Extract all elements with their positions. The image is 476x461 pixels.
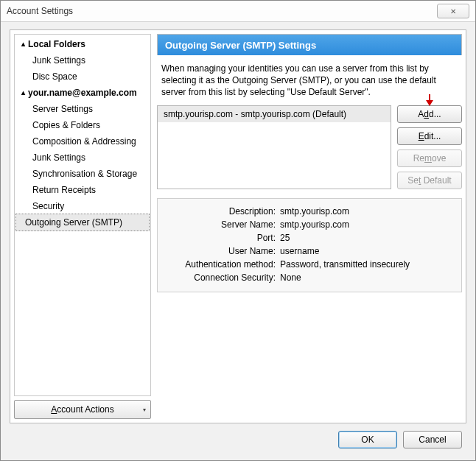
cancel-button[interactable]: Cancel	[403, 431, 462, 448]
main-pane: Outgoing Server (SMTP) Settings When man…	[157, 34, 462, 419]
tree-item-server-settings[interactable]: Server Settings	[15, 101, 150, 117]
account-settings-window: Account Settings ✕ ▴ Local Folders Junk …	[0, 0, 476, 461]
tree-label: your.name@example.com	[28, 86, 137, 99]
tree-label: Disc Space	[32, 70, 77, 83]
tree-label: Junk Settings	[32, 151, 85, 164]
tree-label: Copies & Folders	[32, 119, 100, 132]
tree-label: Synchronisation & Storage	[32, 167, 137, 180]
tree-item-local-folders[interactable]: ▴ Local Folders	[15, 36, 150, 52]
tree-label: Server Settings	[32, 102, 93, 116]
tree-label: Return Receipts	[32, 183, 96, 197]
smtp-server-label: smtp.yourisp.com - smtp.yourisp.com (Def…	[164, 109, 346, 119]
close-icon: ✕	[450, 7, 456, 15]
pane-title: Outgoing Server (SMTP) Settings	[165, 40, 316, 51]
detail-label: Connection Security:	[165, 271, 280, 284]
tree-label: Junk Settings	[32, 54, 85, 67]
titlebar: Account Settings ✕	[1, 1, 475, 22]
dialog-footer: OK Cancel	[10, 423, 466, 453]
button-label: Remove	[413, 153, 447, 163]
tree-label: Security	[32, 200, 64, 213]
twisty-icon: ▴	[19, 38, 27, 51]
tree-label: Local Folders	[28, 38, 85, 51]
pane-header: Outgoing Server (SMTP) Settings	[157, 34, 462, 55]
account-actions-button[interactable]: Account Actions ▾	[14, 400, 151, 419]
smtp-server-item[interactable]: smtp.yourisp.com - smtp.yourisp.com (Def…	[158, 106, 391, 122]
ok-button[interactable]: OK	[338, 431, 397, 448]
account-actions-label: Account Actions	[51, 404, 113, 415]
content-panel: ▴ Local Folders Junk Settings Disc Space…	[10, 29, 466, 423]
tree-label: Outgoing Server (SMTP)	[25, 216, 122, 229]
close-button[interactable]: ✕	[437, 4, 469, 18]
account-tree[interactable]: ▴ Local Folders Junk Settings Disc Space…	[14, 34, 151, 396]
tree-item-security[interactable]: Security	[15, 198, 150, 214]
remove-button[interactable]: Remove	[397, 149, 462, 167]
detail-value: smtp.yourisp.com	[280, 218, 454, 231]
detail-label: Port:	[165, 231, 280, 244]
button-column: Add... Edit... Remove Set Default	[397, 105, 462, 189]
pane-description: When managing your identities you can us…	[157, 55, 462, 105]
window-body: ▴ Local Folders Junk Settings Disc Space…	[1, 22, 475, 460]
smtp-server-list[interactable]: smtp.yourisp.com - smtp.yourisp.com (Def…	[157, 105, 391, 189]
detail-value: None	[280, 271, 454, 284]
button-label: Edit...	[419, 131, 441, 141]
tree-item-return-receipts[interactable]: Return Receipts	[15, 182, 150, 198]
set-default-button[interactable]: Set Default	[397, 172, 462, 189]
detail-value: 25	[280, 231, 454, 244]
window-title: Account Settings	[7, 6, 437, 16]
tree-item-junk-settings-2[interactable]: Junk Settings	[15, 149, 150, 166]
detail-row-conn-security: Connection Security: None	[165, 271, 454, 284]
edit-button[interactable]: Edit...	[397, 127, 462, 145]
sidebar: ▴ Local Folders Junk Settings Disc Space…	[14, 34, 151, 419]
tree-item-outgoing-smtp[interactable]: Outgoing Server (SMTP)	[15, 214, 150, 231]
button-label: Cancel	[419, 434, 446, 445]
detail-label: Authentication method:	[165, 258, 280, 271]
detail-row-port: Port: 25	[165, 231, 454, 244]
tree-item-junk-settings[interactable]: Junk Settings	[15, 52, 150, 68]
detail-row-server-name: Server Name: smtp.yourisp.com	[165, 218, 454, 231]
tree-item-copies-folders[interactable]: Copies & Folders	[15, 117, 150, 133]
twisty-icon: ▴	[19, 86, 27, 99]
detail-row-description: Description: smtp.yourisp.com	[165, 205, 454, 218]
server-details: Description: smtp.yourisp.com Server Nam…	[157, 198, 462, 292]
server-list-row: smtp.yourisp.com - smtp.yourisp.com (Def…	[157, 105, 462, 189]
tree-label: Composition & Addressing	[32, 135, 136, 148]
button-label: Set Default	[407, 175, 451, 186]
detail-label: Server Name:	[165, 218, 280, 231]
button-label: OK	[361, 434, 374, 445]
button-label: Add...	[418, 109, 441, 119]
detail-row-auth-method: Authentication method: Password, transmi…	[165, 258, 454, 271]
detail-value: Password, transmitted insecurely	[280, 258, 454, 271]
tree-item-composition[interactable]: Composition & Addressing	[15, 133, 150, 149]
detail-label: Description:	[165, 205, 280, 218]
chevron-down-icon: ▾	[143, 407, 146, 413]
detail-row-user-name: User Name: username	[165, 244, 454, 258]
detail-value: smtp.yourisp.com	[280, 205, 454, 218]
detail-value: username	[280, 244, 454, 258]
add-button[interactable]: Add...	[397, 105, 462, 123]
tree-item-account[interactable]: ▴ your.name@example.com	[15, 85, 150, 101]
tree-item-disc-space[interactable]: Disc Space	[15, 68, 150, 85]
detail-label: User Name:	[165, 244, 280, 258]
tree-item-sync-storage[interactable]: Synchronisation & Storage	[15, 166, 150, 182]
